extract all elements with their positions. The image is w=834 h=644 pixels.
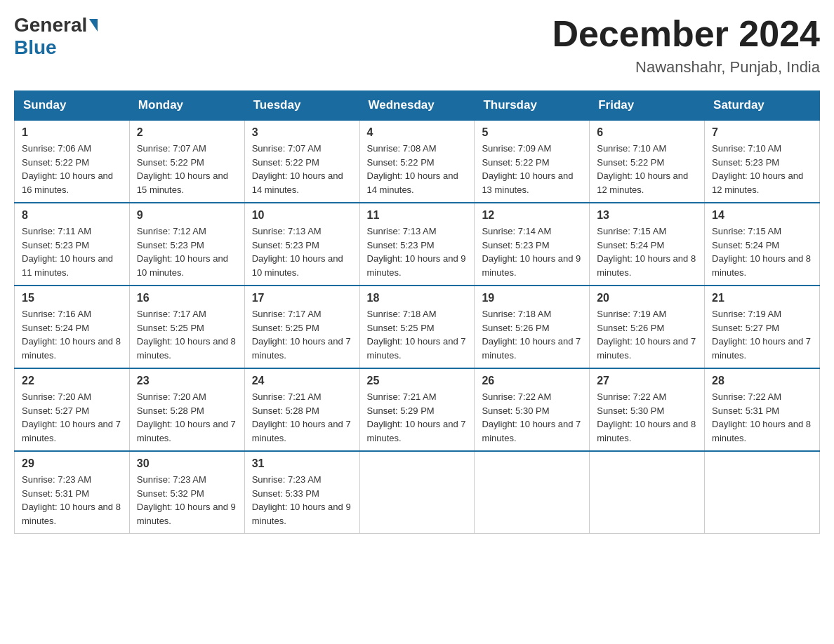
calendar-week-row: 22Sunrise: 7:20 AMSunset: 5:27 PMDayligh… [15,368,820,451]
day-number: 18 [367,292,468,304]
day-number: 21 [712,292,812,304]
day-number: 16 [137,292,237,304]
location: Nawanshahr, Punjab, India [552,58,820,76]
calendar-cell [590,451,705,534]
day-info: Sunrise: 7:13 AMSunset: 5:23 PMDaylight:… [367,226,466,278]
day-info: Sunrise: 7:21 AMSunset: 5:29 PMDaylight:… [367,391,466,443]
calendar-week-row: 15Sunrise: 7:16 AMSunset: 5:24 PMDayligh… [15,286,820,368]
day-info: Sunrise: 7:23 AMSunset: 5:32 PMDaylight:… [137,474,236,526]
day-number: 26 [482,375,582,387]
calendar-cell: 3Sunrise: 7:07 AMSunset: 5:22 PMDaylight… [244,120,359,203]
day-number: 29 [22,457,122,470]
day-number: 14 [712,209,812,222]
calendar-cell: 2Sunrise: 7:07 AMSunset: 5:22 PMDaylight… [129,120,244,203]
calendar-cell: 29Sunrise: 7:23 AMSunset: 5:31 PMDayligh… [15,451,130,534]
day-number: 13 [597,209,697,222]
day-number: 8 [22,209,122,222]
day-info: Sunrise: 7:22 AMSunset: 5:31 PMDaylight:… [712,391,811,443]
day-number: 3 [252,126,352,139]
day-info: Sunrise: 7:20 AMSunset: 5:28 PMDaylight:… [137,391,236,443]
calendar-cell: 12Sunrise: 7:14 AMSunset: 5:23 PMDayligh… [475,203,590,286]
calendar-cell: 10Sunrise: 7:13 AMSunset: 5:23 PMDayligh… [244,203,359,286]
header-tuesday: Tuesday [244,91,359,121]
logo-general: General [14,14,87,36]
calendar-cell: 17Sunrise: 7:17 AMSunset: 5:25 PMDayligh… [244,286,359,368]
calendar-cell [359,451,475,534]
day-number: 17 [252,292,352,304]
day-number: 22 [22,375,122,387]
day-number: 12 [482,209,582,222]
calendar-cell: 14Sunrise: 7:15 AMSunset: 5:24 PMDayligh… [705,203,820,286]
calendar-cell: 31Sunrise: 7:23 AMSunset: 5:33 PMDayligh… [244,451,359,534]
day-info: Sunrise: 7:15 AMSunset: 5:24 PMDaylight:… [712,226,811,278]
page-header: General Blue December 2024 Nawanshahr, P… [14,14,820,76]
day-info: Sunrise: 7:21 AMSunset: 5:28 PMDaylight:… [252,391,351,443]
day-number: 10 [252,209,352,222]
calendar-cell: 13Sunrise: 7:15 AMSunset: 5:24 PMDayligh… [590,203,705,286]
day-number: 11 [367,209,468,222]
day-info: Sunrise: 7:18 AMSunset: 5:26 PMDaylight:… [482,309,581,361]
header-saturday: Saturday [705,91,820,121]
day-number: 27 [597,375,697,387]
calendar-cell: 5Sunrise: 7:09 AMSunset: 5:22 PMDaylight… [475,120,590,203]
day-number: 4 [367,126,468,139]
day-number: 31 [252,457,352,470]
day-number: 30 [137,457,237,470]
calendar-cell: 25Sunrise: 7:21 AMSunset: 5:29 PMDayligh… [359,368,475,451]
day-info: Sunrise: 7:14 AMSunset: 5:23 PMDaylight:… [482,226,581,278]
calendar-cell: 16Sunrise: 7:17 AMSunset: 5:25 PMDayligh… [129,286,244,368]
day-info: Sunrise: 7:15 AMSunset: 5:24 PMDaylight:… [597,226,696,278]
calendar-cell: 24Sunrise: 7:21 AMSunset: 5:28 PMDayligh… [244,368,359,451]
calendar-cell: 19Sunrise: 7:18 AMSunset: 5:26 PMDayligh… [475,286,590,368]
calendar-cell: 30Sunrise: 7:23 AMSunset: 5:32 PMDayligh… [129,451,244,534]
day-number: 15 [22,292,122,304]
calendar-cell: 6Sunrise: 7:10 AMSunset: 5:22 PMDaylight… [590,120,705,203]
day-number: 23 [137,375,237,387]
calendar-cell: 4Sunrise: 7:08 AMSunset: 5:22 PMDaylight… [359,120,475,203]
logo: General Blue [14,14,99,59]
day-number: 1 [22,126,122,139]
day-number: 19 [482,292,582,304]
day-number: 5 [482,126,582,139]
header-wednesday: Wednesday [359,91,475,121]
day-info: Sunrise: 7:07 AMSunset: 5:22 PMDaylight:… [252,143,343,195]
calendar-cell: 22Sunrise: 7:20 AMSunset: 5:27 PMDayligh… [15,368,130,451]
day-number: 2 [137,126,237,139]
header-sunday: Sunday [15,91,130,121]
calendar-table: SundayMondayTuesdayWednesdayThursdayFrid… [14,90,820,534]
header-monday: Monday [129,91,244,121]
day-info: Sunrise: 7:18 AMSunset: 5:25 PMDaylight:… [367,309,466,361]
calendar-cell [475,451,590,534]
month-title: December 2024 [552,14,820,54]
header-thursday: Thursday [475,91,590,121]
day-number: 7 [712,126,812,139]
day-number: 20 [597,292,697,304]
day-info: Sunrise: 7:06 AMSunset: 5:22 PMDaylight:… [22,143,113,195]
day-info: Sunrise: 7:09 AMSunset: 5:22 PMDaylight:… [482,143,573,195]
calendar-cell: 21Sunrise: 7:19 AMSunset: 5:27 PMDayligh… [705,286,820,368]
day-info: Sunrise: 7:23 AMSunset: 5:31 PMDaylight:… [22,474,121,526]
calendar-cell: 23Sunrise: 7:20 AMSunset: 5:28 PMDayligh… [129,368,244,451]
calendar-cell: 20Sunrise: 7:19 AMSunset: 5:26 PMDayligh… [590,286,705,368]
calendar-cell [705,451,820,534]
day-info: Sunrise: 7:16 AMSunset: 5:24 PMDaylight:… [22,309,121,361]
calendar-week-row: 1Sunrise: 7:06 AMSunset: 5:22 PMDaylight… [15,120,820,203]
day-info: Sunrise: 7:07 AMSunset: 5:22 PMDaylight:… [137,143,228,195]
calendar-cell: 15Sunrise: 7:16 AMSunset: 5:24 PMDayligh… [15,286,130,368]
calendar-cell: 28Sunrise: 7:22 AMSunset: 5:31 PMDayligh… [705,368,820,451]
day-number: 28 [712,375,812,387]
calendar-cell: 26Sunrise: 7:22 AMSunset: 5:30 PMDayligh… [475,368,590,451]
calendar-cell: 7Sunrise: 7:10 AMSunset: 5:23 PMDaylight… [705,120,820,203]
calendar-cell: 18Sunrise: 7:18 AMSunset: 5:25 PMDayligh… [359,286,475,368]
header-friday: Friday [590,91,705,121]
day-info: Sunrise: 7:08 AMSunset: 5:22 PMDaylight:… [367,143,458,195]
day-info: Sunrise: 7:23 AMSunset: 5:33 PMDaylight:… [252,474,351,526]
calendar-week-row: 29Sunrise: 7:23 AMSunset: 5:31 PMDayligh… [15,451,820,534]
title-block: December 2024 Nawanshahr, Punjab, India [552,14,820,76]
day-info: Sunrise: 7:17 AMSunset: 5:25 PMDaylight:… [137,309,236,361]
calendar-cell: 9Sunrise: 7:12 AMSunset: 5:23 PMDaylight… [129,203,244,286]
day-number: 6 [597,126,697,139]
day-info: Sunrise: 7:12 AMSunset: 5:23 PMDaylight:… [137,226,228,278]
day-number: 9 [137,209,237,222]
day-info: Sunrise: 7:19 AMSunset: 5:27 PMDaylight:… [712,309,811,361]
